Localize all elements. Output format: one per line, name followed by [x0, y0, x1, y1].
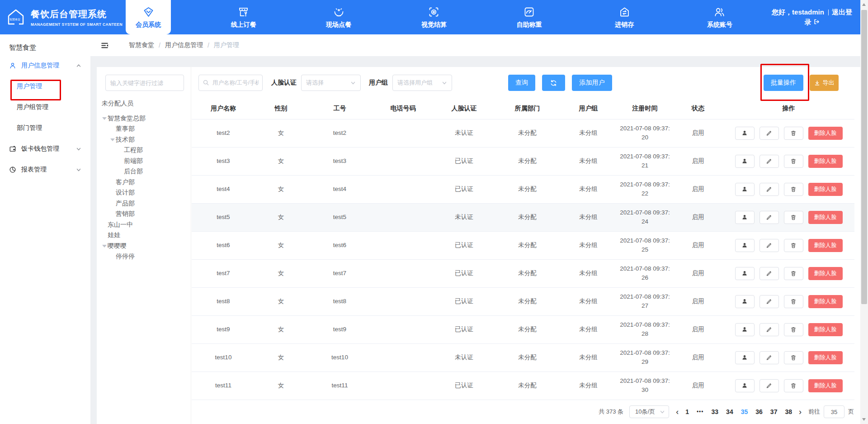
user-photo-button[interactable] [735, 183, 755, 196]
tree-node[interactable]: 嘤嘤嘤 [97, 241, 191, 252]
delete-face-button[interactable]: 删除人脸 [808, 351, 843, 364]
user-group-select[interactable]: 请选择用户组 [392, 75, 452, 91]
query-button[interactable]: 查询 [508, 75, 535, 91]
page-number[interactable]: 38 [785, 408, 792, 415]
page-number[interactable]: 36 [755, 408, 763, 415]
collapse-menu-icon[interactable] [100, 41, 109, 50]
user-photo-button[interactable] [735, 211, 755, 224]
tree-node[interactable]: 工程部 [97, 145, 191, 156]
breadcrumb-item[interactable]: 智慧食堂 [129, 41, 154, 49]
delete-face-button[interactable]: 删除人脸 [808, 239, 843, 252]
window-scrollbar[interactable] [860, 0, 868, 424]
batch-operation-button[interactable]: 批量操作 [764, 75, 803, 91]
delete-button[interactable] [784, 211, 803, 224]
tree-node[interactable]: 客户部 [97, 177, 191, 188]
tree-node[interactable]: 董事部 [97, 124, 191, 135]
delete-face-button[interactable]: 删除人脸 [808, 183, 843, 196]
scrollbar-down-arrow-icon[interactable] [862, 418, 866, 421]
app-subtitle: MANAGEMENT SYSTEM OF SMART CANTEEN [31, 22, 123, 27]
edit-button[interactable] [760, 351, 779, 364]
scrollbar-up-arrow-icon[interactable] [862, 3, 866, 6]
nav-tab-vision-checkout[interactable]: 视觉结算 [411, 0, 457, 34]
delete-button[interactable] [784, 183, 803, 196]
sidebar-group-wallet[interactable]: 饭卡钱包管理 [0, 138, 90, 159]
user-photo-button[interactable] [735, 295, 755, 308]
caret-down-icon[interactable] [110, 138, 115, 141]
sidebar-item-dept-mgmt[interactable]: 部门管理 [0, 118, 90, 138]
delete-button[interactable] [784, 323, 803, 336]
edit-button[interactable] [760, 155, 779, 168]
delete-face-button[interactable]: 删除人脸 [808, 323, 843, 336]
nav-tab-self-weighing[interactable]: 自助称重 [507, 0, 552, 34]
delete-face-button[interactable]: 删除人脸 [808, 379, 843, 392]
face-auth-select[interactable]: 请选择 [301, 75, 361, 91]
delete-button[interactable] [784, 267, 803, 280]
nav-tab-membership[interactable]: 会员系统 [126, 0, 171, 34]
prev-page-button[interactable]: ‹ [675, 408, 679, 416]
refresh-button[interactable] [542, 75, 565, 91]
edit-button[interactable] [760, 267, 779, 280]
tree-node[interactable]: 智慧食堂总部 [97, 113, 191, 124]
edit-button[interactable] [760, 127, 779, 140]
page-number[interactable]: 34 [726, 408, 733, 415]
edit-button[interactable] [760, 183, 779, 196]
tree-node[interactable]: 设计部 [97, 188, 191, 199]
caret-down-icon[interactable] [102, 245, 107, 248]
delete-button[interactable] [784, 351, 803, 364]
delete-button[interactable] [784, 127, 803, 140]
nav-tab-onsite-order[interactable]: 现场点餐 [316, 0, 361, 34]
sidebar-group-report[interactable]: 报表管理 [0, 159, 90, 180]
user-photo-button[interactable] [735, 267, 755, 280]
edit-button[interactable] [760, 295, 779, 308]
edit-button[interactable] [760, 323, 779, 336]
tree-node[interactable]: 前端部 [97, 156, 191, 167]
user-photo-button[interactable] [735, 351, 755, 364]
tree-item-unassigned[interactable]: 未分配人员 [102, 98, 133, 110]
delete-button[interactable] [784, 295, 803, 308]
tree-filter-input[interactable] [105, 75, 184, 91]
page-number[interactable]: 37 [770, 408, 778, 415]
tree-node[interactable]: 娃娃 [97, 230, 191, 241]
user-photo-button[interactable] [735, 379, 755, 392]
user-photo-button[interactable] [735, 155, 755, 168]
edit-button[interactable] [760, 379, 779, 392]
user-photo-button[interactable] [735, 127, 755, 140]
page-size-select[interactable]: 10条/页 [629, 405, 669, 418]
tree-node[interactable]: 产品部 [97, 198, 191, 209]
delete-button[interactable] [784, 155, 803, 168]
sidebar-group-user-info[interactable]: 用户信息管理 [0, 55, 90, 76]
tree-node[interactable]: 技术部 [97, 134, 191, 145]
tree-node[interactable]: 营销部 [97, 209, 191, 220]
add-user-button[interactable]: 添加用户 [572, 75, 612, 91]
nav-tab-online-order[interactable]: 线上订餐 [221, 0, 266, 34]
tree-node[interactable]: 东山一中 [97, 219, 191, 230]
nav-tab-inventory[interactable]: 进销存 [602, 0, 647, 34]
delete-face-button[interactable]: 删除人脸 [808, 155, 843, 168]
logout-icon[interactable] [813, 19, 820, 25]
edit-button[interactable] [760, 239, 779, 252]
scrollbar-thumb[interactable] [861, 10, 867, 304]
page-number-active[interactable]: 35 [741, 408, 748, 415]
delete-face-button[interactable]: 删除人脸 [808, 211, 843, 224]
user-photo-button[interactable] [735, 239, 755, 252]
tree-node[interactable]: 后台部 [97, 167, 191, 177]
sidebar-item-user-mgmt[interactable]: 用户管理 [0, 76, 90, 97]
delete-face-button[interactable]: 删除人脸 [808, 295, 843, 308]
sidebar-item-user-group-mgmt[interactable]: 用户组管理 [0, 97, 90, 118]
page-ellipsis[interactable]: ••• [697, 409, 704, 415]
nav-tab-system-accounts[interactable]: 系统账号 [697, 0, 742, 34]
page-number[interactable]: 33 [712, 408, 719, 415]
caret-down-icon[interactable] [102, 117, 107, 120]
delete-face-button[interactable]: 删除人脸 [808, 267, 843, 280]
delete-face-button[interactable]: 删除人脸 [808, 127, 843, 140]
delete-button[interactable] [784, 379, 803, 392]
edit-button[interactable] [760, 211, 779, 224]
export-button[interactable]: 导出 [810, 75, 839, 91]
user-photo-button[interactable] [735, 323, 755, 336]
goto-page-input[interactable] [824, 405, 844, 418]
page-number[interactable]: 1 [685, 408, 689, 415]
breadcrumb-item[interactable]: 用户信息管理 [165, 41, 203, 49]
tree-node[interactable]: 停停停 [97, 252, 191, 262]
next-page-button[interactable]: › [798, 408, 802, 416]
delete-button[interactable] [784, 239, 803, 252]
